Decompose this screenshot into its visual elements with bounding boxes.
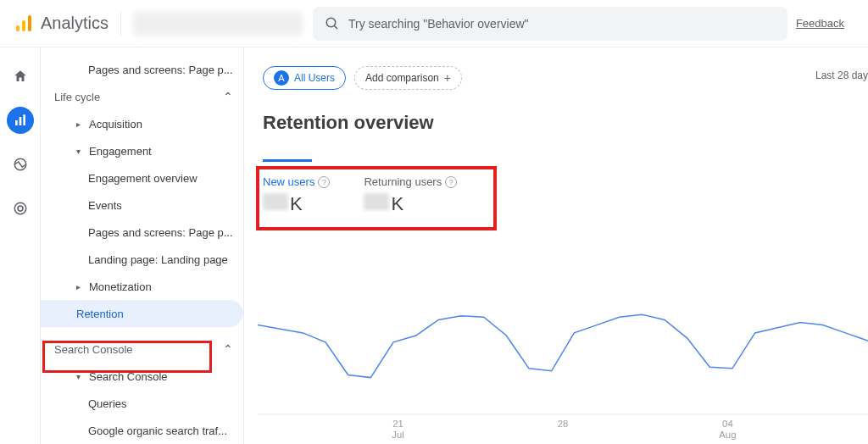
rail-reports-icon[interactable]	[7, 107, 34, 134]
svg-point-3	[326, 18, 336, 27]
search-icon	[325, 16, 340, 31]
svg-point-9	[18, 206, 23, 211]
svg-rect-1	[22, 20, 25, 31]
logo-block[interactable]: Analytics	[14, 14, 108, 34]
metrics-row: New users ? K Returning users ? K	[263, 170, 868, 215]
sidebar-item-engagement[interactable]: ▾ Engagement	[41, 137, 243, 164]
all-users-label: All Users	[294, 72, 335, 84]
search-bar[interactable]: Try searching "Behavior overview"	[313, 7, 787, 41]
svg-text:Jul: Jul	[392, 430, 403, 440]
header: Analytics Try searching "Behavior overvi…	[0, 0, 868, 47]
svg-rect-5	[15, 120, 18, 125]
svg-line-4	[334, 25, 337, 29]
metric-returning-users-label: Returning users ?	[364, 175, 457, 188]
svg-rect-2	[28, 15, 31, 31]
sidebar-item-landing[interactable]: Landing page: Landing page	[41, 246, 243, 273]
divider	[120, 12, 121, 36]
svg-point-10	[14, 203, 26, 214]
sidebar-item-events[interactable]: Events	[41, 191, 243, 219]
main-content: A All Users Add comparison + Last 28 day…	[244, 47, 868, 444]
sidebar-item-acquisition[interactable]: ▸ Acquisition	[41, 110, 243, 137]
sidebar-item-organic[interactable]: Google organic search traf...	[41, 417, 243, 444]
sidebar-item-queries[interactable]: Queries	[41, 390, 243, 417]
sidebar-item-pages-top[interactable]: Pages and screens: Page p...	[41, 56, 243, 83]
left-rail	[0, 47, 41, 444]
metrics-selected-indicator	[263, 159, 312, 162]
sidebar-item-engagement-overview[interactable]: Engagement overview	[41, 164, 243, 191]
page-title: Retention overview	[263, 112, 868, 134]
svg-text:28: 28	[558, 419, 569, 429]
redacted-number	[364, 193, 389, 210]
chip-row: A All Users Add comparison +	[263, 66, 868, 90]
sidebar-item-retention[interactable]: Retention	[41, 300, 243, 327]
sidebar-item-pages[interactable]: Pages and screens: Page p...	[41, 219, 243, 246]
chevron-up-icon: ⌃	[223, 342, 233, 356]
rail-home-icon[interactable]	[7, 63, 34, 90]
metric-returning-users[interactable]: Returning users ? K	[364, 175, 457, 215]
caret-right-icon: ▸	[76, 282, 81, 291]
help-icon[interactable]: ?	[318, 176, 330, 188]
sidebar-item-search-console[interactable]: ▾ Search Console	[41, 363, 243, 390]
chip-add-comparison[interactable]: Add comparison +	[354, 66, 462, 90]
help-icon[interactable]: ?	[445, 176, 457, 188]
add-comparison-label: Add comparison	[365, 72, 439, 84]
all-users-avatar: A	[274, 70, 289, 86]
chip-all-users[interactable]: A All Users	[263, 66, 346, 90]
rail-advertising-icon[interactable]	[7, 195, 34, 222]
feedback-link[interactable]: Feedback	[796, 17, 854, 30]
retention-chart: 21Jul2804Aug	[258, 275, 868, 444]
svg-text:Aug: Aug	[719, 430, 736, 440]
svg-rect-7	[23, 114, 25, 125]
metric-new-users-label: New users ?	[263, 175, 330, 188]
property-selector-redacted[interactable]	[133, 12, 303, 36]
sidebar-section-search-console[interactable]: Search Console ⌃	[41, 336, 243, 363]
caret-down-icon: ▾	[76, 372, 81, 381]
metric-new-users[interactable]: New users ? K	[263, 175, 330, 215]
caret-down-icon: ▾	[76, 147, 81, 156]
caret-right-icon: ▸	[76, 119, 81, 129]
product-name: Analytics	[41, 14, 108, 33]
search-placeholder: Try searching "Behavior overview"	[348, 17, 529, 31]
chevron-up-icon: ⌃	[223, 90, 233, 103]
analytics-logo-icon	[14, 14, 34, 34]
svg-rect-6	[19, 117, 21, 125]
svg-rect-0	[16, 25, 19, 31]
svg-text:21: 21	[392, 419, 403, 429]
svg-text:04: 04	[722, 419, 733, 429]
metric-new-users-value: K	[263, 193, 330, 215]
plus-icon: +	[444, 71, 451, 85]
date-range[interactable]: Last 28 day	[815, 69, 868, 81]
metric-returning-users-value: K	[364, 193, 457, 215]
rail-explore-icon[interactable]	[7, 151, 34, 178]
sidebar: Pages and screens: Page p... Life cycle …	[41, 47, 244, 444]
sidebar-item-monetization[interactable]: ▸ Monetization	[41, 273, 243, 300]
sidebar-section-lifecycle[interactable]: Life cycle ⌃	[41, 83, 243, 110]
redacted-number	[263, 193, 288, 210]
